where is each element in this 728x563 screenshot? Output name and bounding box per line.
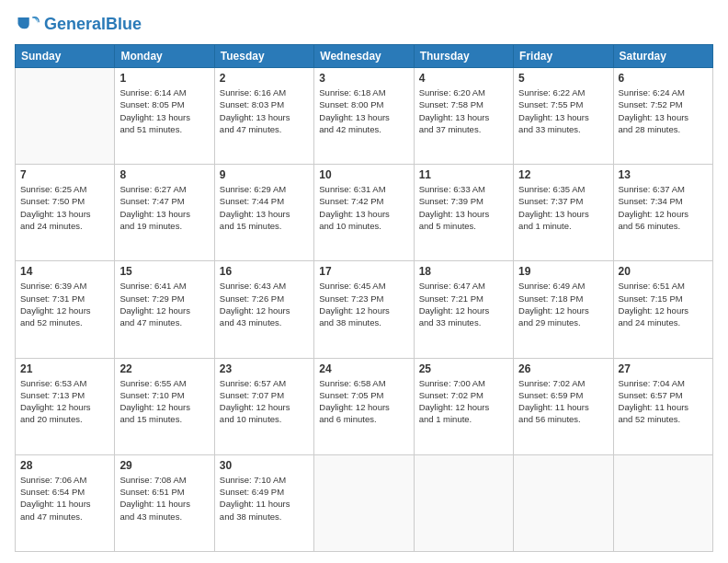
day-info: Sunrise: 6:24 AMSunset: 7:52 PMDaylight:…	[619, 86, 708, 135]
day-number: 11	[419, 168, 508, 181]
day-info: Sunrise: 6:58 AMSunset: 7:05 PMDaylight:…	[319, 377, 408, 426]
day-info: Sunrise: 7:06 AMSunset: 6:54 PMDaylight:…	[20, 474, 109, 523]
calendar-cell: 18Sunrise: 6:47 AMSunset: 7:21 PMDayligh…	[414, 261, 513, 358]
day-info: Sunrise: 6:41 AMSunset: 7:29 PMDaylight:…	[119, 280, 209, 328]
day-info: Sunrise: 6:57 AMSunset: 7:07 PMDaylight:…	[220, 377, 309, 426]
calendar-cell: 1Sunrise: 6:14 AMSunset: 8:05 PMDaylight…	[115, 68, 214, 165]
calendar-cell	[314, 454, 414, 551]
calendar-week-row: 1Sunrise: 6:14 AMSunset: 8:05 PMDaylight…	[16, 68, 713, 165]
calendar-week-row: 21Sunrise: 6:53 AMSunset: 7:13 PMDayligh…	[16, 358, 713, 454]
day-info: Sunrise: 7:08 AMSunset: 6:51 PMDaylight:…	[119, 474, 209, 523]
day-info: Sunrise: 6:49 AMSunset: 7:18 PMDaylight:…	[518, 280, 608, 328]
day-info: Sunrise: 6:33 AMSunset: 7:39 PMDaylight:…	[419, 183, 508, 232]
calendar-cell: 23Sunrise: 6:57 AMSunset: 7:07 PMDayligh…	[214, 358, 313, 454]
calendar-cell: 3Sunrise: 6:18 AMSunset: 8:00 PMDaylight…	[314, 68, 414, 165]
day-info: Sunrise: 7:10 AMSunset: 6:49 PMDaylight:…	[220, 474, 309, 523]
calendar-cell	[16, 68, 115, 165]
day-number: 21	[20, 362, 109, 375]
calendar-cell: 21Sunrise: 6:53 AMSunset: 7:13 PMDayligh…	[16, 358, 115, 454]
day-number: 22	[119, 362, 209, 375]
calendar-cell: 6Sunrise: 6:24 AMSunset: 7:52 PMDaylight…	[613, 68, 712, 165]
calendar-cell: 13Sunrise: 6:37 AMSunset: 7:34 PMDayligh…	[613, 165, 712, 261]
day-number: 19	[518, 265, 608, 278]
day-number: 18	[419, 265, 508, 278]
calendar-cell: 10Sunrise: 6:31 AMSunset: 7:42 PMDayligh…	[314, 165, 414, 261]
logo-text: GeneralBlue	[44, 16, 142, 32]
day-number: 20	[619, 265, 708, 278]
day-info: Sunrise: 6:25 AMSunset: 7:50 PMDaylight:…	[20, 183, 109, 232]
calendar-cell: 4Sunrise: 6:20 AMSunset: 7:58 PMDaylight…	[414, 68, 513, 165]
calendar-cell: 17Sunrise: 6:45 AMSunset: 7:23 PMDayligh…	[314, 261, 414, 358]
day-info: Sunrise: 6:43 AMSunset: 7:26 PMDaylight:…	[220, 280, 309, 328]
day-number: 5	[518, 72, 608, 85]
page: GeneralBlue SundayMondayTuesdayWednesday…	[0, 0, 728, 563]
day-number: 30	[220, 459, 309, 472]
day-info: Sunrise: 7:02 AMSunset: 6:59 PMDaylight:…	[518, 377, 608, 426]
day-info: Sunrise: 6:18 AMSunset: 8:00 PMDaylight:…	[319, 86, 408, 135]
day-number: 9	[220, 168, 309, 181]
day-number: 26	[518, 362, 608, 375]
day-info: Sunrise: 7:04 AMSunset: 6:57 PMDaylight:…	[619, 377, 708, 426]
day-info: Sunrise: 6:51 AMSunset: 7:15 PMDaylight:…	[619, 280, 708, 328]
day-info: Sunrise: 7:00 AMSunset: 7:02 PMDaylight:…	[419, 377, 508, 426]
calendar-week-row: 14Sunrise: 6:39 AMSunset: 7:31 PMDayligh…	[16, 261, 713, 358]
calendar-header-monday: Monday	[115, 45, 214, 68]
logo: GeneralBlue	[15, 11, 142, 37]
calendar-header-saturday: Saturday	[613, 45, 712, 68]
logo-icon	[15, 11, 40, 37]
calendar-cell: 30Sunrise: 7:10 AMSunset: 6:49 PMDayligh…	[214, 454, 313, 551]
day-info: Sunrise: 6:27 AMSunset: 7:47 PMDaylight:…	[119, 183, 209, 232]
calendar-cell	[514, 454, 613, 551]
calendar-cell: 7Sunrise: 6:25 AMSunset: 7:50 PMDaylight…	[16, 165, 115, 261]
calendar-cell: 9Sunrise: 6:29 AMSunset: 7:44 PMDaylight…	[214, 165, 313, 261]
day-info: Sunrise: 6:20 AMSunset: 7:58 PMDaylight:…	[419, 86, 508, 135]
day-number: 2	[220, 72, 309, 85]
day-number: 12	[518, 168, 608, 181]
calendar-cell: 2Sunrise: 6:16 AMSunset: 8:03 PMDaylight…	[214, 68, 313, 165]
day-info: Sunrise: 6:45 AMSunset: 7:23 PMDaylight:…	[319, 280, 408, 328]
day-number: 24	[319, 362, 408, 375]
calendar-cell: 16Sunrise: 6:43 AMSunset: 7:26 PMDayligh…	[214, 261, 313, 358]
day-number: 14	[20, 265, 109, 278]
day-info: Sunrise: 6:14 AMSunset: 8:05 PMDaylight:…	[119, 86, 209, 135]
calendar-header-row: SundayMondayTuesdayWednesdayThursdayFrid…	[16, 45, 713, 68]
day-info: Sunrise: 6:53 AMSunset: 7:13 PMDaylight:…	[20, 377, 109, 426]
day-info: Sunrise: 6:39 AMSunset: 7:31 PMDaylight:…	[20, 280, 109, 328]
day-number: 27	[619, 362, 708, 375]
day-number: 4	[419, 72, 508, 85]
calendar-cell: 27Sunrise: 7:04 AMSunset: 6:57 PMDayligh…	[613, 358, 712, 454]
calendar-header-wednesday: Wednesday	[314, 45, 414, 68]
calendar-cell: 15Sunrise: 6:41 AMSunset: 7:29 PMDayligh…	[115, 261, 214, 358]
calendar-header-thursday: Thursday	[414, 45, 513, 68]
calendar-header-tuesday: Tuesday	[214, 45, 313, 68]
calendar-cell: 28Sunrise: 7:06 AMSunset: 6:54 PMDayligh…	[16, 454, 115, 551]
calendar-cell: 25Sunrise: 7:00 AMSunset: 7:02 PMDayligh…	[414, 358, 513, 454]
calendar-cell: 24Sunrise: 6:58 AMSunset: 7:05 PMDayligh…	[314, 358, 414, 454]
day-number: 16	[220, 265, 309, 278]
calendar-week-row: 28Sunrise: 7:06 AMSunset: 6:54 PMDayligh…	[16, 454, 713, 551]
day-number: 6	[619, 72, 708, 85]
calendar-cell: 22Sunrise: 6:55 AMSunset: 7:10 PMDayligh…	[115, 358, 214, 454]
day-info: Sunrise: 6:37 AMSunset: 7:34 PMDaylight:…	[619, 183, 708, 232]
day-number: 3	[319, 72, 408, 85]
day-number: 15	[119, 265, 209, 278]
calendar-cell	[613, 454, 712, 551]
day-info: Sunrise: 6:29 AMSunset: 7:44 PMDaylight:…	[220, 183, 309, 232]
day-info: Sunrise: 6:31 AMSunset: 7:42 PMDaylight:…	[319, 183, 408, 232]
calendar-cell: 29Sunrise: 7:08 AMSunset: 6:51 PMDayligh…	[115, 454, 214, 551]
calendar-header-friday: Friday	[514, 45, 613, 68]
day-info: Sunrise: 6:22 AMSunset: 7:55 PMDaylight:…	[518, 86, 608, 135]
calendar-cell	[414, 454, 513, 551]
day-number: 17	[319, 265, 408, 278]
day-number: 23	[220, 362, 309, 375]
day-number: 7	[20, 168, 109, 181]
calendar-cell: 8Sunrise: 6:27 AMSunset: 7:47 PMDaylight…	[115, 165, 214, 261]
calendar-cell: 14Sunrise: 6:39 AMSunset: 7:31 PMDayligh…	[16, 261, 115, 358]
calendar-cell: 11Sunrise: 6:33 AMSunset: 7:39 PMDayligh…	[414, 165, 513, 261]
day-number: 25	[419, 362, 508, 375]
calendar-cell: 12Sunrise: 6:35 AMSunset: 7:37 PMDayligh…	[514, 165, 613, 261]
day-info: Sunrise: 6:16 AMSunset: 8:03 PMDaylight:…	[220, 86, 309, 135]
calendar-week-row: 7Sunrise: 6:25 AMSunset: 7:50 PMDaylight…	[16, 165, 713, 261]
day-number: 1	[119, 72, 209, 85]
day-number: 13	[619, 168, 708, 181]
